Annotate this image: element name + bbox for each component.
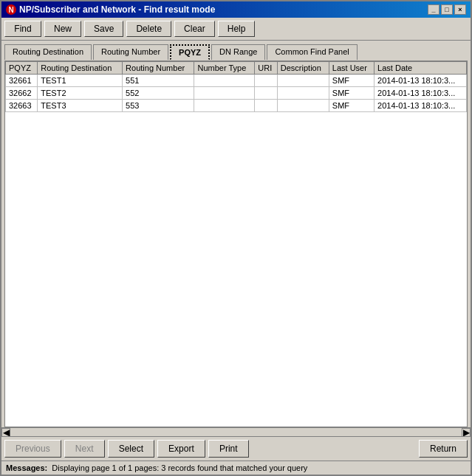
col-header-pqyz[interactable]: PQYZ [6, 62, 38, 75]
table-cell [194, 87, 255, 100]
table-cell: 32663 [6, 100, 38, 112]
delete-button[interactable]: Delete [126, 21, 171, 37]
horizontal-scrollbar[interactable]: ◀ ▶ [1, 427, 471, 436]
table-container[interactable]: PQYZ Routing Destination Routing Number … [4, 61, 468, 427]
col-header-last-user[interactable]: Last User [329, 62, 374, 75]
new-button[interactable]: New [44, 21, 81, 37]
app-icon: N [6, 4, 16, 15]
table-cell: SMF [329, 100, 374, 112]
table-cell: SMF [329, 75, 374, 87]
title-bar-left: N NP/Subscriber and Network - Find resul… [6, 4, 215, 15]
save-button[interactable]: Save [84, 21, 123, 37]
clear-button[interactable]: Clear [174, 21, 215, 37]
maximize-button[interactable]: □ [441, 4, 453, 15]
content-area: PQYZ Routing Destination Routing Number … [1, 59, 471, 427]
table-cell: 32661 [6, 75, 38, 87]
table-cell [255, 100, 278, 112]
table-cell [255, 87, 278, 100]
table-row[interactable]: 32662TEST2552SMF2014-01-13 18:10:3... [6, 87, 467, 100]
tab-pqyz[interactable]: PQYZ [170, 44, 210, 60]
window-title: NP/Subscriber and Network - Find result … [19, 4, 215, 15]
table-row[interactable]: 32663TEST3553SMF2014-01-13 18:10:3... [6, 100, 467, 112]
table-cell [277, 75, 329, 87]
table-cell: 551 [123, 75, 194, 87]
table-cell: 32662 [6, 87, 38, 100]
table-cell: TEST1 [38, 75, 123, 87]
close-button[interactable]: × [454, 4, 466, 15]
table-header-row: PQYZ Routing Destination Routing Number … [6, 62, 467, 75]
status-text: Displaying page 1 of 1 pages: 3 records … [52, 463, 307, 472]
scroll-left-button[interactable]: ◀ [1, 428, 10, 437]
col-header-last-date[interactable]: Last Date [374, 62, 467, 75]
table-cell [277, 87, 329, 100]
col-header-number-type[interactable]: Number Type [194, 62, 255, 75]
table-cell [255, 75, 278, 87]
main-window: N NP/Subscriber and Network - Find resul… [0, 0, 472, 476]
table-row[interactable]: 32661TEST1551SMF2014-01-13 18:10:3... [6, 75, 467, 87]
table-cell: SMF [329, 87, 374, 100]
tab-dn-range[interactable]: DN Range [211, 44, 265, 60]
table-cell: 552 [123, 87, 194, 100]
data-table: PQYZ Routing Destination Routing Number … [5, 61, 467, 112]
table-cell: TEST3 [38, 100, 123, 112]
status-bar: Messages: Displaying page 1 of 1 pages: … [1, 461, 471, 475]
table-cell: 2014-01-13 18:10:3... [374, 100, 467, 112]
minimize-button[interactable]: _ [428, 4, 439, 15]
select-button[interactable]: Select [108, 440, 154, 458]
table-cell [277, 100, 329, 112]
title-controls: _ □ × [428, 4, 466, 15]
col-header-description[interactable]: Description [277, 62, 329, 75]
help-button[interactable]: Help [218, 21, 256, 37]
next-button[interactable]: Next [64, 440, 105, 458]
bottom-toolbar: Previous Next Select Export Print Return [1, 436, 471, 461]
table-cell: TEST2 [38, 87, 123, 100]
table-cell: 2014-01-13 18:10:3... [374, 87, 467, 100]
tabs-container: Routing Destination Routing Number PQYZ … [1, 41, 471, 59]
previous-button[interactable]: Previous [4, 440, 61, 458]
tab-routing-number[interactable]: Routing Number [93, 44, 168, 60]
table-cell [194, 75, 255, 87]
tab-routing-destination[interactable]: Routing Destination [4, 44, 92, 60]
toolbar: Find New Save Delete Clear Help [1, 18, 471, 41]
tab-common-find-panel[interactable]: Common Find Panel [267, 44, 357, 60]
title-bar: N NP/Subscriber and Network - Find resul… [1, 1, 471, 18]
col-header-routing-number[interactable]: Routing Number [123, 62, 194, 75]
status-label: Messages: [6, 463, 47, 472]
col-header-routing-destination[interactable]: Routing Destination [38, 62, 123, 75]
find-button[interactable]: Find [4, 21, 41, 37]
table-cell: 2014-01-13 18:10:3... [374, 75, 467, 87]
col-header-uri[interactable]: URI [255, 62, 278, 75]
table-cell [194, 100, 255, 112]
export-button[interactable]: Export [157, 440, 205, 458]
print-button[interactable]: Print [208, 440, 249, 458]
scroll-right-button[interactable]: ▶ [462, 428, 471, 437]
table-cell: 553 [123, 100, 194, 112]
return-button[interactable]: Return [419, 440, 468, 458]
